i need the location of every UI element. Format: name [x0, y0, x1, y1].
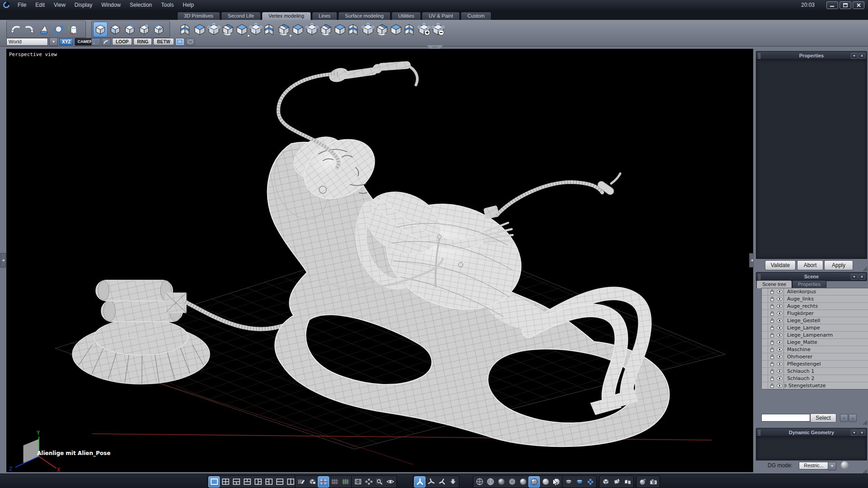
layout-bottom-full-icon[interactable] — [242, 477, 252, 487]
tab-vertex-modeling[interactable]: Vertex modeling — [262, 12, 311, 20]
lock-icon[interactable] — [768, 347, 776, 352]
grid-plane-yz-icon[interactable] — [340, 477, 351, 487]
select-edge-mode-icon[interactable] — [123, 22, 137, 37]
select-uv-mode-icon[interactable] — [152, 22, 165, 37]
visibility-eye-icon[interactable] — [776, 290, 783, 294]
tab-3d-primitives[interactable]: 3D Primitives — [177, 12, 220, 20]
scene-tree-row[interactable]: Stengelstuetze — [762, 382, 868, 389]
scene-tree-row[interactable]: Maschine — [762, 346, 868, 353]
remove-resolution-tool-icon[interactable] — [431, 22, 445, 37]
scene-tree-row[interactable]: Auge_links — [762, 296, 868, 303]
scene-panel-header[interactable]: Scene ▼ ✕ — [756, 272, 867, 281]
perspective-viewport[interactable]: Y X Z Perspective view Alienlige mit Ali… — [6, 49, 753, 472]
visibility-eye-icon[interactable] — [776, 326, 783, 330]
select-button[interactable]: Select — [810, 413, 836, 422]
select-face-mode-icon[interactable] — [108, 22, 122, 37]
lock-icon[interactable] — [768, 296, 776, 301]
lock-icon[interactable] — [768, 383, 776, 388]
lamp-arm-wireframe[interactable] — [327, 61, 417, 85]
panel-collapse-icon[interactable]: ▼ — [851, 430, 858, 436]
panel-close-icon[interactable]: ✕ — [859, 430, 865, 436]
grid-plane-xz-icon[interactable] — [318, 476, 329, 488]
menu-window[interactable]: Window — [97, 2, 125, 8]
rect-select-icon[interactable] — [175, 38, 184, 46]
lock-icon[interactable] — [768, 318, 776, 323]
box-display-icon[interactable] — [600, 477, 611, 487]
zoom-view-icon[interactable] — [374, 477, 385, 487]
drag-handle-icon[interactable] — [758, 53, 761, 59]
sphere-cluster-icon[interactable] — [585, 477, 595, 487]
pivot-tool-icon[interactable] — [319, 22, 333, 37]
stretch-tool-icon[interactable] — [179, 22, 193, 37]
scene-tree-row[interactable]: Liege_Lampenarm — [762, 332, 868, 339]
visibility-eye-icon[interactable] — [776, 362, 783, 366]
curve-select-icon[interactable] — [102, 38, 111, 46]
validate-button[interactable]: Validate — [765, 260, 796, 270]
abort-button[interactable]: Abort — [797, 260, 823, 270]
scene-filter-input[interactable] — [761, 414, 810, 422]
left-panel-collapse-handle[interactable]: ◀ — [0, 253, 6, 267]
sweep-tool-icon[interactable] — [277, 22, 291, 37]
visibility-eye-icon[interactable] — [776, 333, 783, 337]
layout-single-icon[interactable] — [208, 476, 220, 488]
layout-quad-icon[interactable] — [220, 477, 231, 487]
menu-edit[interactable]: Edit — [31, 2, 49, 8]
menu-view[interactable]: View — [49, 2, 70, 8]
layout-vsplit-icon[interactable] — [285, 477, 296, 487]
layout-hsplit-icon[interactable] — [274, 477, 285, 487]
cylinder-display-icon[interactable] — [611, 477, 622, 487]
render-sphere-icon[interactable] — [637, 477, 648, 487]
shading-smooth-icon[interactable] — [518, 477, 528, 487]
betw-button[interactable]: BETW — [153, 38, 174, 45]
scene-tree-row[interactable]: Auge_rechts — [762, 303, 868, 310]
tab-custom[interactable]: Custom — [461, 12, 491, 20]
visibility-eye-icon[interactable] — [776, 304, 783, 308]
visibility-eye-icon[interactable] — [776, 319, 783, 323]
soft-selection-tool-icon[interactable] — [249, 22, 263, 37]
bridge-tool-icon[interactable] — [347, 22, 361, 37]
visibility-eye-icon[interactable] — [776, 297, 783, 301]
lock-icon[interactable] — [768, 289, 776, 294]
orbit-eye-icon[interactable] — [385, 477, 396, 487]
world-dropdown-arrow-icon[interactable]: ▼ — [49, 38, 58, 46]
move-down-icon[interactable]: ▼ — [840, 414, 848, 422]
scene-tree-row[interactable]: Alienkorpus — [762, 288, 868, 296]
world-dropdown[interactable]: World — [6, 38, 48, 46]
symmetry-tool-icon[interactable] — [221, 22, 235, 37]
layout-top-full-icon[interactable] — [231, 477, 241, 487]
dg-mode-dropdown-arrow-icon[interactable]: ▼ — [828, 462, 836, 470]
layout-right-full-icon[interactable] — [264, 477, 274, 487]
apply-button[interactable]: Apply — [824, 260, 853, 270]
lock-icon[interactable] — [768, 376, 776, 381]
grid-plane-xy-icon[interactable] — [330, 477, 340, 487]
viewport-3d-scene[interactable]: Y X Z — [6, 49, 753, 472]
top-panel-collapse-handle[interactable] — [427, 45, 443, 49]
tab-surface-modeling[interactable]: Surface modeling — [338, 12, 391, 20]
lock-icon[interactable] — [768, 354, 776, 359]
weld-tool-icon[interactable] — [333, 22, 347, 37]
drag-handle-icon[interactable] — [758, 274, 761, 280]
bowl-smooth-icon[interactable] — [574, 477, 585, 487]
visibility-eye-icon[interactable] — [776, 340, 783, 344]
drag-handle-icon[interactable] — [758, 430, 761, 436]
menu-display[interactable]: Display — [70, 2, 97, 8]
shading-wireframe-icon[interactable] — [474, 477, 485, 487]
pen-select-icon[interactable] — [91, 38, 100, 46]
close-button[interactable] — [853, 1, 864, 9]
visibility-eye-icon[interactable] — [776, 376, 783, 380]
lock-icon[interactable] — [768, 304, 776, 309]
bend-tool-icon[interactable] — [263, 22, 277, 37]
resize-grip-icon[interactable] — [863, 421, 867, 425]
tab-lines[interactable]: Lines — [312, 12, 337, 20]
tab-second-life[interactable]: Second Life — [221, 12, 261, 20]
dynamic-geometry-header[interactable]: Dynamic Geometry ▼ ✕ — [756, 428, 867, 437]
pinch-tool-icon[interactable] — [361, 22, 375, 37]
undo-icon[interactable] — [8, 22, 22, 37]
tool-flyout-arrow-icon[interactable] — [290, 34, 292, 37]
thicken-tool-icon[interactable] — [389, 22, 403, 37]
lock-icon[interactable] — [768, 325, 776, 330]
tool-flyout-arrow-icon[interactable] — [248, 34, 250, 37]
scene-tree-row[interactable]: Schlauch 2 — [762, 375, 868, 382]
cone-tool-icon[interactable] — [37, 22, 51, 37]
extrude-tool-icon[interactable] — [291, 22, 305, 37]
